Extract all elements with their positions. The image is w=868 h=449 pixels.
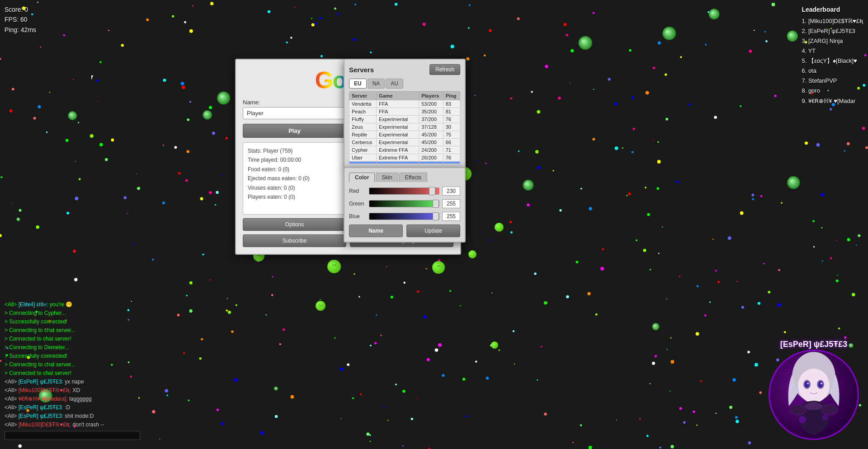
chat-line: > Successfully connected! [5, 352, 140, 360]
svg-point-11 [821, 404, 838, 415]
server-cell-ping: 66 [443, 139, 460, 146]
chat-line: <All> [EsPeR] ψ£J5Ŧ£3: shit mode:D [5, 412, 140, 420]
chat-input[interactable] [5, 431, 140, 440]
server-cell-server: Vendetta [349, 100, 377, 108]
region-tab-na[interactable]: NA [368, 79, 385, 89]
svg-point-5 [818, 381, 823, 388]
green-slider-row: Green [349, 199, 460, 208]
server-row[interactable]: CerberusExperimental45/20066 [349, 139, 460, 146]
col-ping: Ping [443, 92, 460, 100]
server-cell-game: Power Ups FFA [377, 162, 419, 164]
red-slider-thumb[interactable] [429, 187, 435, 195]
chat-line: > Connecting to Cypher... [5, 309, 140, 317]
region-tab-au[interactable]: AU [386, 79, 403, 89]
green-slider-track[interactable] [369, 200, 439, 207]
chat-line: > Connecting to chat server... [5, 326, 140, 334]
server-cell-ping: 76 [443, 154, 460, 162]
server-cell-players: 37/128 [419, 123, 443, 131]
avatar-circle [769, 350, 859, 440]
blue-value-input[interactable] [442, 212, 460, 221]
server-row[interactable]: PeachFFA35/20081 [349, 108, 460, 116]
ping-label: Ping: [5, 26, 19, 33]
fps-label: FPS: [5, 16, 19, 23]
chat-line: > Connecting to Demeter... [5, 343, 140, 351]
blob [432, 261, 445, 274]
leaderboard: Leaderboard 1. [Miku100]D£$Ŧℝ♥£Ʀ 2. [EsP… [802, 5, 863, 106]
server-cell-server: Reptile [349, 131, 377, 139]
leaderboard-item-6: 6. ota [802, 66, 863, 76]
chat-line: <All> [EsPeR] ψ£J5Ŧ£3: :D [5, 403, 140, 412]
server-cell-players: 45/200 [419, 139, 443, 146]
server-row[interactable]: VendettaFFA53/20083 [349, 100, 460, 108]
blob [327, 260, 341, 273]
svg-point-10 [790, 404, 806, 415]
server-row[interactable]: DemeterPower Ups FFA10/12885 [349, 162, 460, 164]
server-cell-ping: 83 [443, 100, 460, 108]
server-cell-game: Extreme FFA [377, 146, 419, 154]
svg-point-4 [805, 381, 809, 388]
server-row[interactable]: ZeusExperimental37/12830 [349, 123, 460, 131]
svg-point-9 [822, 415, 828, 420]
server-row[interactable]: CypherExtreme FFA24/20071 [349, 146, 460, 154]
green-value-input[interactable] [442, 199, 460, 208]
server-row[interactable]: UberExtreme FFA26/20076 [349, 154, 460, 162]
refresh-button[interactable]: Refresh [429, 64, 460, 75]
server-cell-server: Cerberus [349, 139, 377, 146]
fps-value: 60 [20, 16, 28, 23]
blob [316, 301, 326, 311]
leaderboard-item-1: 1. [Miku100]D£$Ŧℝ♥£Ʀ [802, 16, 863, 26]
chat-line: <All> [Miku100]D£$Ŧℝ♥£Ʀ: XD [5, 386, 140, 394]
server-cell-server: Uber [349, 154, 377, 162]
red-label: Red [349, 188, 366, 194]
cursor [91, 75, 95, 81]
server-list[interactable]: Server Game Players Ping VendettaFFA53/2… [349, 91, 460, 164]
server-cell-server: Peach [349, 108, 377, 116]
options-button[interactable]: Options [243, 218, 346, 231]
server-cell-game: Extreme FFA [377, 154, 419, 162]
svg-point-1 [798, 369, 830, 403]
fps-display: FPS: 60 [5, 14, 36, 24]
tab-effects[interactable]: Effects [399, 173, 427, 182]
blue-slider-track[interactable] [369, 213, 439, 220]
chat-line: <All> [EsPeR] ψ£J5Ŧ£3: ух пари [5, 378, 140, 386]
server-table: Server Game Players Ping VendettaFFA53/2… [349, 91, 460, 164]
blue-slider-row: Blue [349, 212, 460, 221]
update-button[interactable]: Update [406, 224, 460, 237]
server-row[interactable]: ReptileExperimental45/20075 [349, 131, 460, 139]
chat-line: <All> [Miku100]D£$Ŧℝ♥£Ʀ: don't crash -- [5, 421, 140, 429]
subscribe-button[interactable]: Subscribe [243, 234, 346, 247]
red-slider-row: Red [349, 187, 460, 196]
name-button[interactable]: Name [349, 224, 403, 237]
chat-line: <All> ¥€Ɍ⊕ℍ¥ ♥[Madara]: lagggggg [5, 395, 140, 403]
red-value-input[interactable] [442, 187, 460, 196]
col-game: Game [377, 92, 419, 100]
server-cell-players: 53/200 [419, 100, 443, 108]
region-tab-eu[interactable]: EU [349, 79, 367, 89]
server-row[interactable]: FluffyExperimental37/20076 [349, 116, 460, 123]
col-server: Server [349, 92, 377, 100]
chat-line: > Successfully connected! [5, 318, 140, 326]
blue-slider-thumb[interactable] [433, 212, 439, 220]
color-panel: Color Skin Effects Red Green Blue Name U… [344, 167, 466, 243]
leaderboard-item-7: 7. StefanPVP [802, 76, 863, 86]
tab-skin[interactable]: Skin [376, 173, 398, 182]
leaderboard-item-8: 8. goro [802, 86, 863, 96]
blue-label: Blue [349, 213, 366, 220]
tab-color[interactable]: Color [349, 173, 375, 182]
chat-line: <All> [Elite4] εℓit℮: you're 😶 [5, 300, 140, 309]
green-slider-thumb[interactable] [433, 200, 439, 208]
server-cell-players: 45/200 [419, 131, 443, 139]
server-cell-players: 37/200 [419, 116, 443, 123]
leaderboard-item-4: 4. YT [802, 46, 863, 56]
server-cell-game: FFA [377, 108, 419, 116]
score-label: Score: [5, 6, 23, 13]
red-slider-track[interactable] [369, 187, 439, 195]
chat-line: > Connected to chat server! [5, 335, 140, 343]
hud: Score: 0 FPS: 60 Ping: 42ms [5, 5, 36, 35]
server-cell-game: Experimental [377, 123, 419, 131]
svg-point-8 [799, 416, 806, 423]
server-cell-ping: 71 [443, 146, 460, 154]
server-cell-ping: 81 [443, 108, 460, 116]
play-button[interactable]: Play [243, 124, 346, 138]
green-label: Green [349, 201, 366, 207]
